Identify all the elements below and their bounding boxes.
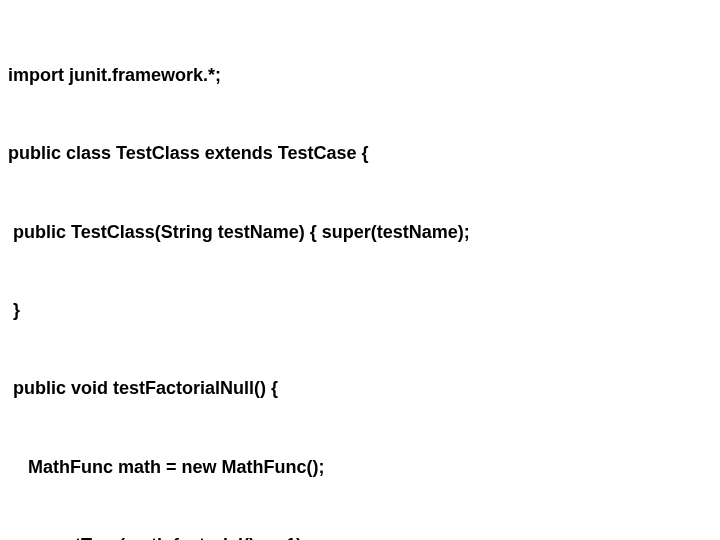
code-line: public void testFactorialNull() { xyxy=(8,375,712,401)
code-snippet: import junit.framework.*; public class T… xyxy=(8,10,712,540)
code-line: } xyxy=(8,297,712,323)
code-line: assertTrue(math.factorial() == 1); xyxy=(8,532,712,540)
code-line: import junit.framework.*; xyxy=(8,62,712,88)
code-line: MathFunc math = new MathFunc(); xyxy=(8,454,712,480)
code-line: public class TestClass extends TestCase … xyxy=(8,140,712,166)
code-line: public TestClass(String testName) { supe… xyxy=(8,219,712,245)
